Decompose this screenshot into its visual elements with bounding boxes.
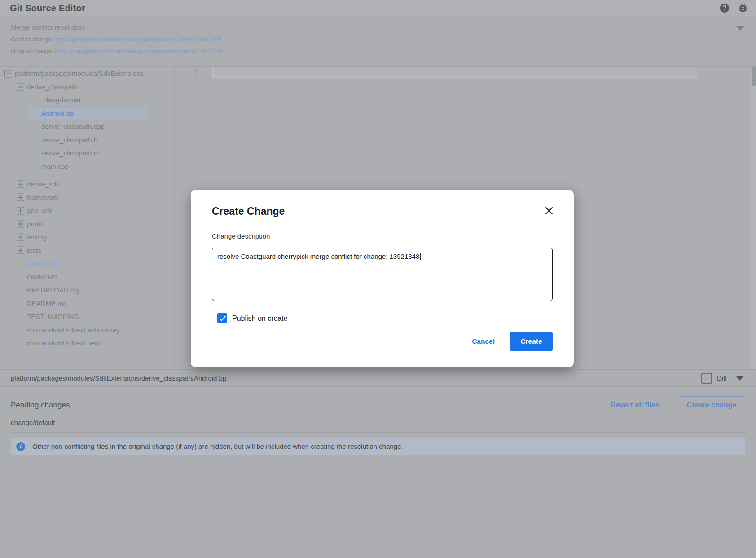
tree-item-label: main.cpp	[41, 160, 69, 173]
tree-item[interactable]: derive_classpath.h	[0, 133, 174, 147]
conflict-change-link[interactable]: https://googleplex-android-review.google…	[54, 36, 221, 43]
revert-all-files-button[interactable]: Revert all files	[607, 396, 663, 414]
bug-icon[interactable]	[738, 3, 748, 13]
tree-item-label: Android.bp	[27, 257, 60, 270]
pending-divider	[11, 432, 745, 433]
tree-item[interactable]: testing	[0, 230, 174, 244]
tree-item-label: derive_classpath.cpp	[41, 120, 105, 133]
dialog-title: Create Change	[212, 205, 285, 217]
cancel-button[interactable]: Cancel	[472, 337, 495, 345]
expand-toggle-icon[interactable]	[17, 207, 24, 214]
tree-item[interactable]: framework	[0, 191, 174, 204]
create-button[interactable]: Create	[510, 332, 553, 351]
tree-item[interactable]: README.md	[0, 297, 174, 310]
tree-item-label: gen_sdk	[27, 204, 53, 217]
info-banner: i Other non-conflicting files in the ori…	[11, 438, 745, 455]
tree-item[interactable]: OWNERS	[0, 270, 174, 284]
tree-item-label: testing	[27, 230, 47, 244]
tree-item[interactable]: platform/packages/modules/SdkExtensions	[0, 67, 174, 80]
text-cursor	[420, 253, 421, 260]
merge-conflict-panel: Merge conflict resolution Conflict chang…	[0, 18, 756, 66]
tree-item[interactable]: derive_classpath	[0, 80, 174, 94]
change-description-value: resolve Coastguard cherrypick merge conf…	[217, 252, 419, 260]
expand-toggle-icon[interactable]	[17, 247, 24, 254]
original-change-row: Original change: https://googleplex-andr…	[11, 48, 222, 54]
conflict-change-label: Conflict change:	[11, 36, 53, 43]
tree-item-label: com.android.sdkext.pem	[27, 337, 100, 350]
header-icons	[719, 3, 748, 13]
diff-label: Diff	[717, 370, 727, 387]
tree-item-label: proto	[27, 217, 42, 231]
publish-on-create-label[interactable]: Publish on create	[232, 313, 288, 323]
expand-toggle-icon[interactable]	[17, 220, 24, 228]
current-file-path: platform/packages/modules/SdkExtensions/…	[11, 370, 226, 387]
close-icon[interactable]	[543, 205, 555, 217]
tree-item[interactable]: Android.bp	[0, 257, 174, 270]
create-change-button[interactable]: Create change	[677, 396, 746, 414]
file-path-bar: platform/packages/modules/SdkExtensions/…	[0, 369, 756, 387]
tree-item[interactable]: main.cpp	[0, 160, 174, 173]
help-icon[interactable]	[719, 3, 730, 13]
tree-item-label: derive_classpath.h	[41, 133, 97, 147]
tree-item-label: com.android.sdkext.avbpubkey	[27, 323, 120, 337]
expand-toggle-icon[interactable]	[17, 180, 24, 188]
tree-item-label: derive_classpath	[27, 80, 78, 94]
info-banner-text: Other non-conflicting files in the origi…	[32, 438, 403, 455]
publish-on-create-checkbox[interactable]	[217, 313, 227, 323]
conflict-change-row: Conflict change: https://googleplex-andr…	[11, 36, 221, 43]
tree-editor-divider	[174, 67, 175, 369]
tree-item[interactable]: PREUPLOAD.cfg	[0, 283, 174, 297]
info-icon: i	[16, 442, 25, 451]
editor-scrollbar-thumb[interactable]	[752, 67, 756, 86]
file-tree: platform/packages/modules/SdkExtensionsd…	[0, 67, 174, 369]
tree-item[interactable]: com.android.sdkext.avbpubkey	[0, 323, 174, 337]
arrow-drop-down-icon[interactable]	[736, 376, 743, 381]
tree-item-label: OWNERS	[27, 270, 57, 284]
change-description-label: Change description	[212, 232, 270, 240]
change-description-input[interactable]: resolve Coastguard cherrypick merge conf…	[212, 248, 553, 301]
collapse-toggle-icon[interactable]	[4, 70, 12, 77]
tree-item[interactable]: tests	[0, 244, 174, 257]
tree-item[interactable]: Android.bp	[0, 107, 174, 120]
tree-item[interactable]: .clang-format	[0, 93, 174, 107]
tree-item[interactable]: proto	[0, 217, 174, 231]
tree-item-label: framework	[27, 191, 58, 204]
tree-item[interactable]: gen_sdk	[0, 204, 174, 217]
tree-item[interactable]: derive_classpath.rc	[0, 146, 174, 160]
tree-item[interactable]: derive_classpath.cpp	[0, 120, 174, 133]
pending-changes-title: Pending changes	[11, 396, 70, 414]
tree-item-label: platform/packages/modules/SdkExtensions	[15, 67, 144, 80]
editor-empty-line[interactable]	[212, 67, 697, 78]
tree-item-label: TEST_MAPPING	[27, 310, 79, 323]
dialog-actions: Cancel Create	[472, 332, 553, 351]
tree-item[interactable]: com.android.sdkext.pem	[0, 337, 174, 350]
expand-toggle-icon[interactable]	[17, 233, 24, 241]
branch-name: change/default	[11, 417, 55, 429]
merge-panel-title: Merge conflict resolution	[11, 23, 84, 31]
original-change-link[interactable]: https://googleplex-android-review.google…	[55, 48, 222, 54]
tree-item[interactable]: TEST_MAPPING	[0, 310, 174, 323]
expand-toggle-icon[interactable]	[17, 194, 24, 201]
tree-item-label: README.md	[27, 297, 67, 310]
tree-item[interactable]: derive_sdk	[0, 177, 174, 191]
diff-checkbox[interactable]	[701, 373, 712, 384]
tree-item-label: derive_classpath.rc	[41, 146, 99, 160]
create-change-dialog: Create Change Change description resolve…	[191, 190, 574, 367]
app-title: Git Source Editor	[10, 3, 85, 13]
line-number: 1	[175, 67, 198, 78]
tree-item-label: derive_sdk	[27, 177, 60, 191]
editor-scrollbar-track[interactable]	[751, 67, 756, 369]
tree-item-label: PREUPLOAD.cfg	[27, 283, 79, 297]
tree-item-label: Android.bp	[41, 107, 74, 120]
app-header: Git Source Editor	[0, 0, 756, 17]
original-change-label: Original change:	[11, 48, 53, 54]
tree-item-label: tests	[27, 244, 41, 257]
tree-item-label: .clang-format	[41, 93, 81, 107]
collapse-toggle-icon[interactable]	[17, 83, 24, 91]
chevron-down-icon[interactable]	[736, 26, 744, 31]
git-source-editor-app: Git Source Editor Merge conflict resolut…	[0, 0, 756, 558]
